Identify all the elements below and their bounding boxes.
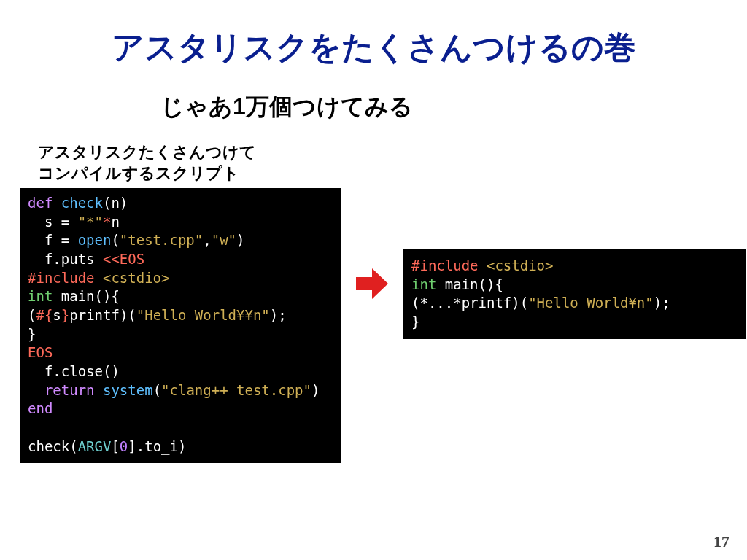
page-number: 17 xyxy=(713,532,729,551)
caption-line-2: コンパイルするスクリプト xyxy=(38,164,239,182)
code-block-right: #include <cstdio> int main(){ (*...*prin… xyxy=(403,249,746,339)
caption-line-1: アスタリスクたくさんつけて xyxy=(38,143,256,161)
code-block-left: def check(n) s = "*"*n f = open("test.cp… xyxy=(20,188,341,463)
content-row: def check(n) s = "*"*n f = open("test.cp… xyxy=(0,184,747,463)
slide-subtitle: じゃあ1万個つけてみる xyxy=(0,69,747,123)
code-caption: アスタリスクたくさんつけて コンパイルするスクリプト xyxy=(0,123,747,184)
fn-check: check xyxy=(61,195,103,211)
arrow-icon xyxy=(356,268,388,302)
svg-marker-0 xyxy=(356,268,388,299)
slide-title: アスタリスクをたくさんつけるの巻 xyxy=(0,0,747,69)
kw-def: def xyxy=(28,195,53,211)
